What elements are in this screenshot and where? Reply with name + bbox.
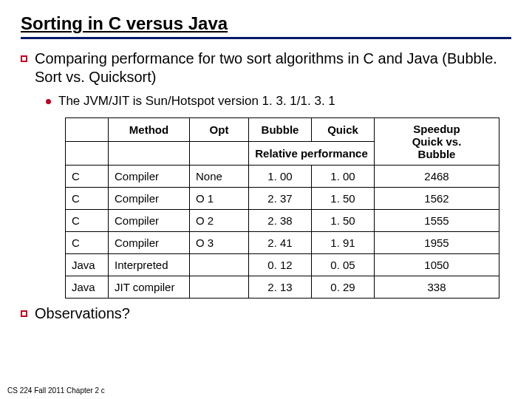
- bullet-text-2: Observations?: [35, 304, 130, 323]
- header-blank: [66, 118, 109, 142]
- cell-opt: O 2: [190, 210, 249, 232]
- cell-quick: 0. 29: [312, 276, 375, 299]
- table-row: C Compiler O 3 2. 41 1. 91 1955: [66, 232, 499, 254]
- cell-opt: None: [190, 166, 249, 188]
- cell-speed: 1555: [375, 210, 499, 232]
- table-row: Java Interpreted 0. 12 0. 05 1050: [66, 254, 499, 276]
- table-header-row: Method Opt Bubble Quick Speedup Quick vs…: [66, 118, 499, 142]
- sub-bullet-text-1: The JVM/JIT is Sun/Hotspot version 1. 3.…: [58, 94, 335, 109]
- cell-bubble: 2. 37: [249, 188, 312, 210]
- slide-footer: CS 224 Fall 2011 Chapter 2 c: [7, 386, 105, 395]
- cell-opt: [190, 276, 249, 299]
- table-row: C Compiler O 1 2. 37 1. 50 1562: [66, 188, 499, 210]
- cell-quick: 1. 50: [312, 188, 375, 210]
- cell-bubble: 1. 00: [249, 166, 312, 188]
- cell-lang: C: [66, 232, 109, 254]
- bullet-item-1: Comparing performance for two sort algor…: [21, 50, 511, 86]
- cell-method: Interpreted: [109, 254, 190, 276]
- header-opt: Opt: [190, 118, 249, 142]
- cell-method: Compiler: [109, 166, 190, 188]
- subheader-blank3: [190, 142, 249, 166]
- table-row: Java JIT compiler 2. 13 0. 29 338: [66, 276, 499, 299]
- cell-lang: C: [66, 188, 109, 210]
- header-bubble: Bubble: [249, 118, 312, 142]
- square-bullet-icon: [21, 55, 27, 62]
- cell-speed: 1050: [375, 254, 499, 276]
- cell-opt: O 1: [190, 188, 249, 210]
- sub-bullet-item-1: The JVM/JIT is Sun/Hotspot version 1. 3.…: [46, 94, 511, 109]
- header-speedup: Speedup Quick vs. Bubble: [375, 118, 499, 166]
- header-quick: Quick: [312, 118, 375, 142]
- bullet-text-1: Comparing performance for two sort algor…: [35, 50, 511, 86]
- subheader-blank2: [109, 142, 190, 166]
- cell-speed: 2468: [375, 166, 499, 188]
- cell-speed: 1955: [375, 232, 499, 254]
- cell-method: Compiler: [109, 188, 190, 210]
- cell-lang: C: [66, 166, 109, 188]
- cell-bubble: 2. 41: [249, 232, 312, 254]
- cell-lang: C: [66, 210, 109, 232]
- slide-title: Sorting in C versus Java: [21, 13, 511, 39]
- table-row: C Compiler None 1. 00 1. 00 2468: [66, 166, 499, 188]
- subheader-relative: Relative performance: [249, 142, 375, 166]
- square-bullet-icon: [21, 310, 27, 317]
- subheader-blank1: [66, 142, 109, 166]
- table-row: C Compiler O 2 2. 38 1. 50 1555: [66, 210, 499, 232]
- cell-quick: 1. 50: [312, 210, 375, 232]
- cell-opt: O 3: [190, 232, 249, 254]
- performance-table: Method Opt Bubble Quick Speedup Quick vs…: [65, 117, 499, 299]
- cell-method: JIT compiler: [109, 276, 190, 299]
- cell-opt: [190, 254, 249, 276]
- cell-method: Compiler: [109, 232, 190, 254]
- bullet-item-2: Observations?: [21, 304, 511, 323]
- cell-quick: 1. 00: [312, 166, 375, 188]
- cell-lang: Java: [66, 276, 109, 299]
- cell-quick: 1. 91: [312, 232, 375, 254]
- cell-bubble: 0. 12: [249, 254, 312, 276]
- cell-lang: Java: [66, 254, 109, 276]
- header-method: Method: [109, 118, 190, 142]
- dot-bullet-icon: [46, 99, 51, 104]
- cell-bubble: 2. 38: [249, 210, 312, 232]
- cell-speed: 1562: [375, 188, 499, 210]
- cell-speed: 338: [375, 276, 499, 299]
- cell-method: Compiler: [109, 210, 190, 232]
- cell-bubble: 2. 13: [249, 276, 312, 299]
- cell-quick: 0. 05: [312, 254, 375, 276]
